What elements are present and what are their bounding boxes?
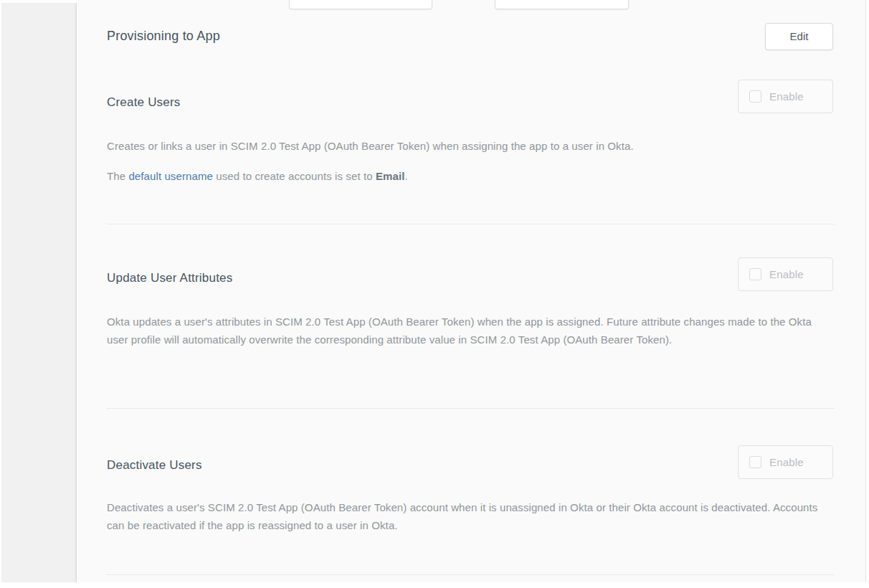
top-cutoff-button-right[interactable] bbox=[495, 0, 629, 9]
section-divider bbox=[106, 408, 835, 409]
enable-checkbox[interactable] bbox=[749, 268, 761, 280]
provisioning-page: Provisioning to App Edit Enable Create U… bbox=[0, 0, 869, 588]
page-title: Provisioning to App bbox=[107, 29, 220, 44]
note-text: used to create accounts is set to bbox=[213, 170, 376, 182]
create-users-username-note: The default username used to create acco… bbox=[107, 167, 835, 185]
section-title-create-users: Create Users bbox=[107, 95, 181, 110]
section-title-deactivate-users: Deactivate Users bbox=[107, 458, 202, 473]
enable-label: Enable bbox=[769, 268, 804, 280]
deactivate-users-description: Deactivates a user's SCIM 2.0 Test App (… bbox=[107, 498, 835, 534]
deactivate-users-enable-button[interactable]: Enable bbox=[738, 445, 833, 479]
provisioning-panel: Provisioning to App Edit Enable Create U… bbox=[77, 0, 866, 582]
update-attributes-enable-button[interactable]: Enable bbox=[738, 257, 833, 291]
note-text: The bbox=[107, 170, 128, 182]
note-email-value: Email bbox=[376, 170, 405, 182]
section-title-update-user-attributes: Update User Attributes bbox=[107, 271, 232, 285]
default-username-link[interactable]: default username bbox=[128, 170, 213, 182]
section-divider bbox=[106, 224, 835, 224]
note-text: . bbox=[404, 170, 407, 182]
edit-button[interactable]: Edit bbox=[765, 23, 833, 50]
create-users-description: Creates or links a user in SCIM 2.0 Test… bbox=[107, 137, 835, 155]
section-divider bbox=[106, 574, 835, 575]
top-cutoff-button-left[interactable] bbox=[289, 0, 432, 9]
left-sidebar bbox=[1, 3, 77, 582]
enable-label: Enable bbox=[769, 90, 804, 103]
update-attributes-description: Okta updates a user's attributes in SCIM… bbox=[107, 313, 835, 348]
enable-label: Enable bbox=[769, 456, 804, 468]
enable-checkbox[interactable] bbox=[749, 456, 761, 468]
create-users-enable-button[interactable]: Enable bbox=[738, 80, 833, 113]
enable-checkbox[interactable] bbox=[749, 90, 761, 103]
